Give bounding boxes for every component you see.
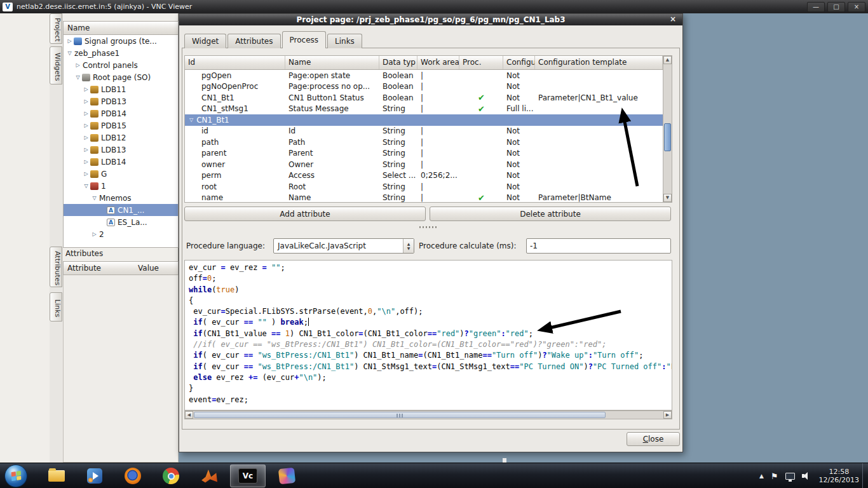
tab-links[interactable]: Links	[327, 34, 362, 48]
attribute-row[interactable]: CN1_stMsg1Status MessageString|✔Full li.…	[185, 104, 663, 115]
collapse-icon[interactable]: ▽	[74, 74, 82, 80]
code-horizontal-scrollbar[interactable]: ◀ ▶	[184, 410, 672, 419]
tree-item[interactable]: ▷Signal groups (te...	[64, 35, 178, 47]
col-proc[interactable]: Proc.	[459, 56, 503, 69]
volume-icon[interactable]	[802, 471, 812, 480]
scrollbar-thumb[interactable]	[194, 412, 606, 418]
value-column-header[interactable]: Value	[134, 261, 179, 275]
col-name[interactable]: Name	[285, 56, 379, 69]
col-work-area[interactable]: Work area	[417, 56, 459, 69]
procedure-language-select[interactable]: JavaLikeCalc.JavaScript ▲▼	[273, 238, 414, 254]
expand-icon[interactable]: ▷	[82, 86, 90, 92]
attribute-row[interactable]: idIdString|Not	[185, 126, 663, 137]
tree-item[interactable]: CN1_...	[64, 204, 178, 216]
tree-item[interactable]: ▽zeb_phase1	[64, 47, 178, 59]
col-data-type[interactable]: Data typ	[379, 56, 417, 69]
tree-item[interactable]: ▷G	[64, 168, 178, 180]
taskbar-matlab-button[interactable]	[193, 464, 225, 487]
tree-item[interactable]: ▷LDB14	[64, 156, 178, 168]
delete-attribute-button[interactable]: Delete attribute	[430, 207, 671, 221]
expand-icon[interactable]: ▷	[90, 231, 98, 237]
tree-item[interactable]: ▽Root page (SO)	[64, 71, 178, 83]
taskbar-media-player-button[interactable]	[79, 464, 111, 487]
attribute-row[interactable]: CN1_Bt1CN1 Button1 StatusBoolean|✔NotPar…	[185, 92, 663, 104]
vertical-tab-attributes[interactable]: Attributes	[50, 247, 62, 287]
collapse-icon[interactable]: ▽	[90, 195, 98, 201]
collapse-icon[interactable]: ▽	[65, 50, 74, 56]
tree-column-header[interactable]: Name	[63, 21, 179, 35]
action-center-icon[interactable]: ⚑	[771, 471, 778, 481]
collapse-icon[interactable]: ▽	[82, 183, 90, 189]
splitter-handle[interactable]	[184, 224, 672, 230]
scrollbar-thumb[interactable]	[664, 123, 671, 151]
expand-icon[interactable]: ▷	[82, 123, 90, 128]
col-id[interactable]: Id	[185, 56, 285, 69]
taskbar-paint-button[interactable]	[271, 464, 302, 487]
tree-item[interactable]: ▷PDB15	[64, 119, 178, 132]
col-config-template[interactable]: Configuration template	[535, 56, 663, 69]
combo-spinner-icon[interactable]: ▲▼	[403, 239, 414, 253]
table-vertical-scrollbar[interactable]: ▲ ▼	[663, 56, 672, 202]
minimize-button[interactable]: —	[807, 2, 825, 12]
scroll-down-icon[interactable]: ▼	[663, 194, 672, 202]
network-icon[interactable]	[785, 473, 795, 480]
vertical-tab-project[interactable]: Project	[50, 13, 62, 44]
taskbar-chrome-button[interactable]	[155, 464, 187, 487]
expand-icon[interactable]: ▷	[82, 135, 90, 140]
expand-icon[interactable]: ▷	[82, 147, 90, 152]
tree-item[interactable]: ES_La...	[64, 216, 178, 228]
procedure-calc-input[interactable]	[526, 238, 671, 254]
close-window-button[interactable]: ×	[848, 2, 865, 12]
expand-icon[interactable]: ▷	[74, 62, 82, 68]
tab-process[interactable]: Process	[282, 31, 327, 48]
scroll-right-icon[interactable]: ▶	[663, 411, 672, 419]
expand-icon[interactable]: ▷	[82, 159, 90, 165]
vertical-tab-widgets[interactable]: Widgets	[50, 46, 62, 85]
taskbar-explorer-button[interactable]	[41, 464, 72, 487]
scroll-up-icon[interactable]: ▲	[663, 56, 672, 64]
scroll-left-icon[interactable]: ◀	[185, 411, 193, 419]
maximize-button[interactable]: □	[827, 2, 845, 12]
col-config[interactable]: Configu	[503, 56, 535, 69]
attribute-row[interactable]: pathPathString|Not	[185, 137, 663, 148]
attribute-row[interactable]: rootRootString|Not	[185, 181, 663, 193]
expand-icon[interactable]: ▷	[82, 171, 90, 177]
vertical-tab-links[interactable]: Links	[50, 292, 62, 322]
tree-item[interactable]: ▷Control panels	[64, 59, 178, 71]
code-editor[interactable]: ev_cur = ev_rez = "";off=0;while(true){ …	[184, 260, 672, 410]
dialog-close-icon[interactable]: ×	[668, 15, 678, 24]
attribute-column-header[interactable]: Attribute	[63, 261, 134, 275]
attribute-row[interactable]: nameNameString|✔NotParameter|BtName	[185, 193, 663, 203]
table-cell: |	[417, 71, 459, 80]
tree-item[interactable]: ▷LDB11	[64, 83, 178, 95]
start-button[interactable]	[4, 464, 27, 487]
tab-attributes[interactable]: Attributes	[227, 34, 280, 48]
show-desktop-button[interactable]	[862, 463, 868, 488]
attribute-row[interactable]: permAccessSelect ...0;256;2...Not	[185, 170, 663, 182]
collapse-icon[interactable]: ▽	[189, 117, 193, 123]
taskbar-firefox-button[interactable]	[117, 464, 149, 487]
tree-item[interactable]: ▷LDB12	[64, 132, 178, 144]
tree-item-label: LDB11	[100, 85, 126, 94]
attribute-row[interactable]: pgNoOpenProcPage:process no op...Boolean…	[185, 81, 663, 93]
expand-icon[interactable]: ▷	[82, 98, 90, 104]
expand-icon[interactable]: ▷	[65, 38, 74, 44]
tree-item[interactable]: ▷LDB13	[64, 144, 178, 156]
tree-item[interactable]: ▷PDB13	[64, 95, 178, 107]
tree-item[interactable]: ▽1	[64, 180, 178, 192]
tab-widget[interactable]: Widget	[184, 34, 226, 48]
tree-item[interactable]: ▷2	[64, 228, 178, 240]
taskbar-vnc-button[interactable]: Vc	[230, 464, 266, 487]
attribute-row[interactable]: parentParentString|Not	[185, 148, 663, 159]
attribute-row[interactable]: pgOpenPage:open stateBoolean|Not	[185, 70, 663, 81]
dialog-title: Project page: /prj_zeb_phase1/pg_so/pg_6…	[296, 15, 565, 24]
clock[interactable]: 12:58 12/26/2013	[819, 468, 859, 484]
tree-item[interactable]: ▽Mnemos	[64, 192, 178, 204]
add-attribute-button[interactable]: Add attribute	[184, 207, 426, 221]
expand-icon[interactable]: ▷	[82, 111, 90, 116]
attribute-row[interactable]: ownerOwnerString|Not	[185, 159, 663, 170]
attribute-group-row[interactable]: ▽CN1_Bt1	[185, 114, 663, 126]
show-hidden-icons[interactable]: ▲	[759, 473, 764, 479]
close-button[interactable]: Close	[627, 432, 680, 446]
tree-item[interactable]: ▷PDB14	[64, 107, 178, 119]
